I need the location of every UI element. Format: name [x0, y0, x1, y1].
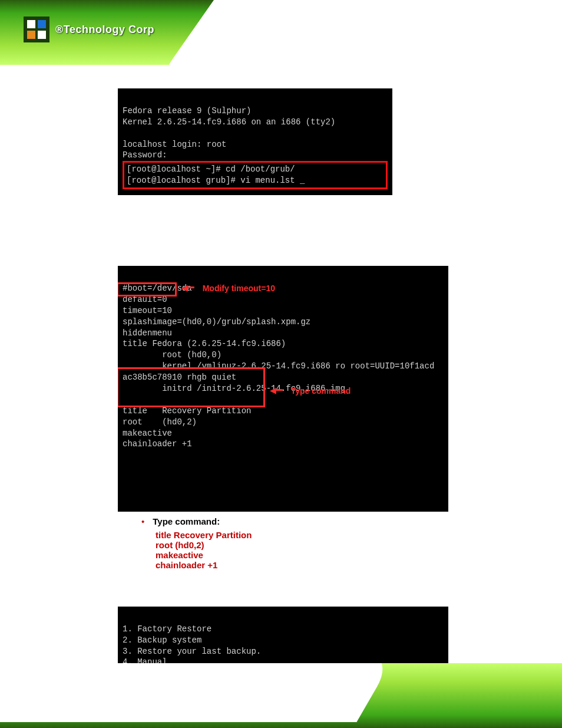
highlighted-commands: [root@localhost ~]# cd /boot/grub/ [root…: [123, 161, 388, 189]
terminal-line: splashimage=(hd0,0)/grub/splash.xpm.gz: [123, 317, 310, 327]
arrow-left-icon: ◀━: [181, 281, 194, 295]
terminal-line: chainloader +1: [123, 439, 192, 449]
terminal-line: 1. Factory Restore: [123, 624, 211, 634]
terminal-line: title Fedora (2.6.25-14.fc9.i686): [123, 339, 286, 348]
terminal-login: Fedora release 9 (Sulphur) Kernel 2.6.25…: [118, 88, 392, 195]
terminal-grub-config: #boot=/dev/sda default=0 timeout=10 spla…: [118, 266, 448, 512]
page-header: ®Technology Corp: [0, 0, 562, 65]
terminal-line: [root@localhost grub]# vi menu.lst _: [127, 176, 305, 185]
arrow-left-icon: ◀━: [270, 384, 283, 398]
logo-icon: [24, 17, 49, 42]
command-line: chainloader +1: [156, 560, 444, 570]
terminal-line: 3. Restore your last backup.: [123, 647, 261, 656]
command-line: makeactive: [156, 550, 444, 560]
terminal-line: hiddenmenu: [123, 328, 172, 338]
instruction-heading: Type command:: [153, 516, 220, 526]
terminal-line: timeout=10: [123, 306, 172, 315]
terminal-line: 2. Backup system: [123, 635, 201, 645]
terminal-line: Fedora release 9 (Sulphur): [123, 106, 251, 116]
command-instructions: •Type command: title Recovery Partition …: [141, 516, 444, 570]
terminal-line: Password:: [123, 150, 167, 160]
page-content: Fedora release 9 (Sulphur) Kernel 2.6.25…: [0, 65, 562, 707]
logo: ®Technology Corp: [24, 17, 154, 42]
command-line: title Recovery Partition: [156, 530, 444, 540]
command-line: root (hd0,2): [156, 540, 444, 550]
highlight-box-timeout: [118, 282, 177, 297]
brand-text: ®Technology Corp: [55, 24, 154, 36]
page-footer: [0, 663, 562, 728]
terminal-line: Kernel 2.6.25-14.fc9.i686 on an i686 (tt…: [123, 117, 335, 127]
annotation-label: Modify timeout=10: [203, 283, 275, 294]
terminal-line: root (hd0,0): [123, 350, 222, 360]
annotation-label: Type command: [291, 386, 351, 397]
annotation-timeout: ◀━ Modify timeout=10: [178, 281, 275, 295]
terminal-line: root (hd0,2): [123, 417, 197, 427]
terminal-line: makeactive: [123, 429, 172, 438]
terminal-line: title Recovery Partition: [123, 406, 251, 416]
terminal-line: localhost login: root: [123, 140, 226, 149]
highlight-box-recovery: [118, 367, 265, 407]
bullet-icon: •: [141, 516, 144, 526]
annotation-typecmd: ◀━ Type command: [266, 384, 351, 398]
terminal-line: [root@localhost ~]# cd /boot/grub/: [127, 164, 295, 174]
